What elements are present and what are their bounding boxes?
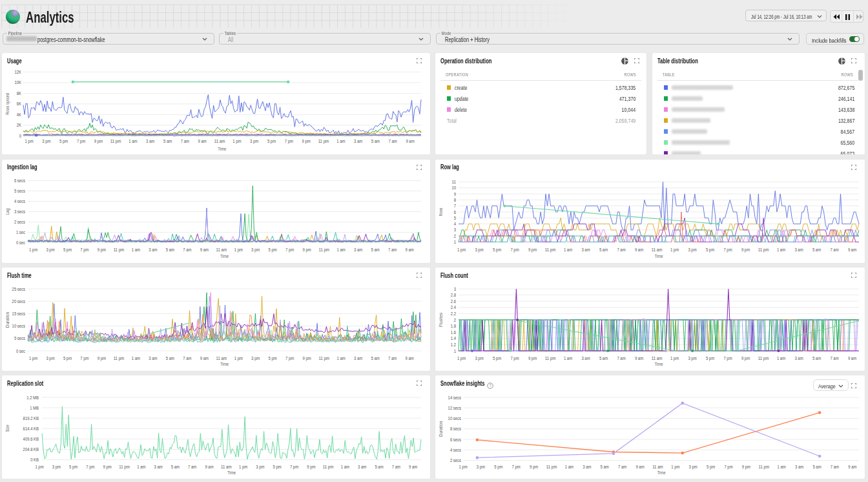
- svg-text:11 pm: 11 pm: [114, 355, 125, 361]
- svg-text:3 am: 3 am: [354, 355, 362, 361]
- svg-text:0 sec: 0 sec: [16, 240, 25, 246]
- svg-text:9 am: 9 am: [205, 464, 213, 470]
- svg-text:6: 6: [454, 209, 457, 215]
- svg-text:3 pm: 3 pm: [52, 464, 61, 470]
- svg-text:9 pm: 9 pm: [94, 138, 103, 144]
- svg-text:5 am: 5 am: [371, 355, 380, 361]
- svg-text:9 am: 9 am: [200, 355, 209, 361]
- svg-text:9 am: 9 am: [409, 464, 417, 470]
- svg-text:1 am: 1 am: [137, 464, 145, 470]
- svg-text:1 am: 1 am: [564, 247, 572, 253]
- svg-text:3 am: 3 am: [583, 464, 591, 470]
- svg-text:2: 2: [454, 317, 457, 323]
- svg-text:Time: Time: [654, 361, 663, 367]
- svg-text:Rows: Rows: [438, 207, 444, 216]
- svg-text:3 am: 3 am: [581, 355, 590, 361]
- svg-text:9 pm: 9 pm: [741, 247, 750, 253]
- svg-text:1 am: 1 am: [337, 247, 346, 253]
- svg-text:11 am: 11 am: [652, 464, 663, 470]
- svg-text:9 pm: 9 pm: [530, 464, 538, 470]
- svg-text:9 pm: 9 pm: [98, 355, 106, 361]
- svg-text:1 sec: 1 sec: [16, 229, 25, 235]
- svg-text:7 am: 7 am: [392, 464, 400, 470]
- svg-text:7 pm: 7 pm: [724, 464, 732, 470]
- svg-text:11 pm: 11 pm: [758, 247, 769, 253]
- svg-text:3 am: 3 am: [354, 247, 362, 253]
- svg-text:7 pm: 7 pm: [80, 355, 88, 361]
- svg-text:1 am: 1 am: [565, 464, 574, 470]
- svg-text:8 secs: 8 secs: [450, 426, 461, 432]
- svg-text:9 am: 9 am: [198, 138, 207, 144]
- svg-text:5 pm: 5 pm: [707, 464, 715, 470]
- svg-text:3 pm: 3 pm: [477, 464, 485, 470]
- svg-text:1 am: 1 am: [132, 247, 140, 253]
- svg-text:5 am: 5 am: [166, 355, 174, 361]
- svg-text:1 pm: 1 pm: [671, 464, 679, 470]
- svg-text:5 pm: 5 pm: [706, 247, 714, 253]
- svg-text:1 pm: 1 pm: [457, 247, 466, 253]
- svg-text:5 am: 5 am: [601, 464, 609, 470]
- svg-text:1 pm: 1 pm: [29, 247, 37, 253]
- svg-text:9 am: 9 am: [406, 355, 414, 361]
- svg-text:3 pm: 3 pm: [689, 464, 698, 470]
- svg-text:7 pm: 7 pm: [723, 247, 732, 253]
- svg-text:5 pm: 5 pm: [494, 464, 502, 470]
- svg-text:3 pm: 3 pm: [688, 247, 696, 253]
- svg-text:3 pm: 3 pm: [46, 247, 54, 253]
- svg-text:11 pm: 11 pm: [114, 247, 125, 253]
- svg-text:3: 3: [454, 286, 457, 292]
- svg-text:3 am: 3 am: [581, 247, 590, 253]
- svg-text:7 pm: 7 pm: [86, 464, 94, 470]
- svg-text:1 pm: 1 pm: [670, 355, 679, 361]
- svg-text:11: 11: [451, 179, 456, 185]
- svg-text:1 pm: 1 pm: [232, 138, 241, 144]
- svg-text:9 pm: 9 pm: [98, 247, 106, 253]
- svg-text:9 pm: 9 pm: [103, 464, 112, 470]
- svg-text:11 pm: 11 pm: [318, 355, 329, 361]
- svg-text:204.8 KB: 204.8 KB: [23, 446, 39, 452]
- svg-text:7 pm: 7 pm: [285, 355, 294, 361]
- svg-text:3 am: 3 am: [794, 247, 803, 253]
- svg-text:7 pm: 7 pm: [510, 247, 519, 253]
- svg-text:7 pm: 7 pm: [512, 464, 521, 470]
- svg-text:9 am: 9 am: [848, 355, 856, 361]
- svg-text:3 am: 3 am: [149, 247, 157, 253]
- svg-text:9 am: 9 am: [406, 138, 414, 144]
- svg-text:4K: 4K: [17, 112, 22, 118]
- svg-text:3 secs: 3 secs: [14, 209, 25, 215]
- svg-text:1 pm: 1 pm: [670, 247, 679, 253]
- svg-text:1 pm: 1 pm: [234, 355, 243, 361]
- svg-text:6K: 6K: [17, 101, 22, 107]
- svg-text:3 pm: 3 pm: [475, 247, 483, 253]
- svg-text:3 am: 3 am: [794, 355, 803, 361]
- svg-text:5 secs: 5 secs: [14, 188, 25, 194]
- svg-text:7 am: 7 am: [618, 464, 626, 470]
- svg-text:2.6: 2.6: [451, 299, 457, 304]
- svg-text:9 am: 9 am: [635, 355, 643, 361]
- svg-text:1 am: 1 am: [777, 355, 785, 361]
- svg-text:11 pm: 11 pm: [545, 247, 556, 253]
- svg-text:1 pm: 1 pm: [29, 355, 37, 361]
- svg-text:Rows synced: Rows synced: [5, 93, 10, 115]
- svg-text:1 pm: 1 pm: [457, 355, 466, 361]
- svg-text:9 pm: 9 pm: [303, 355, 311, 361]
- svg-text:1.4: 1.4: [451, 335, 457, 341]
- svg-text:11 pm: 11 pm: [323, 464, 334, 470]
- svg-text:10 secs: 10 secs: [12, 323, 25, 329]
- svg-text:614.4 KB: 614.4 KB: [23, 426, 39, 432]
- svg-text:3 am: 3 am: [358, 464, 366, 470]
- svg-text:11 pm: 11 pm: [119, 464, 130, 470]
- svg-text:9 am: 9 am: [200, 247, 209, 253]
- svg-text:5 pm: 5 pm: [269, 355, 277, 361]
- svg-text:5 pm: 5 pm: [69, 464, 78, 470]
- svg-text:3 am: 3 am: [795, 464, 803, 470]
- svg-text:9 am: 9 am: [636, 464, 644, 470]
- svg-text:4 secs: 4 secs: [450, 447, 461, 453]
- svg-text:Time: Time: [227, 470, 236, 476]
- svg-text:3 pm: 3 pm: [256, 464, 264, 470]
- svg-text:5 am: 5 am: [599, 247, 608, 253]
- svg-text:11 pm: 11 pm: [110, 138, 121, 144]
- svg-text:5 am: 5 am: [371, 247, 380, 253]
- svg-text:12K: 12K: [15, 69, 22, 75]
- svg-text:5 pm: 5 pm: [493, 355, 501, 361]
